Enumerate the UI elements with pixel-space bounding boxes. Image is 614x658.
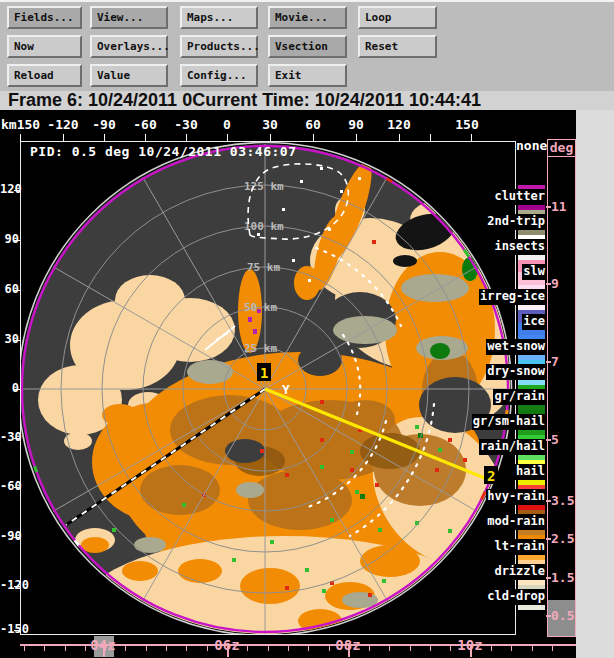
- x-axis-label: 0: [206, 117, 248, 132]
- time-minor-tick: [430, 646, 431, 651]
- reload-button[interactable]: Reload: [7, 64, 82, 87]
- legend-label: mod-rain: [486, 514, 546, 530]
- y-axis-tick: [14, 438, 20, 439]
- time-minor-tick: [288, 646, 289, 651]
- y-axis-label: -120: [0, 578, 19, 592]
- legend-label: drizzle: [493, 564, 546, 580]
- elevation-tick-label[interactable]: 2.5: [551, 531, 577, 546]
- elevation-tick-label[interactable]: 9: [551, 276, 577, 291]
- x-axis-label: -60: [124, 117, 166, 132]
- overlays-button[interactable]: Overlays...: [90, 35, 168, 58]
- legend-label: irreg-ice: [479, 289, 546, 305]
- elevation-tick: [546, 439, 551, 441]
- legend-label: clutter: [493, 189, 546, 205]
- right-gutter: [576, 110, 614, 658]
- elevation-axis-header: deg: [547, 139, 576, 157]
- elevation-tick-label[interactable]: 3.5: [551, 493, 577, 508]
- elevation-tick-label[interactable]: 7: [551, 354, 577, 369]
- elevation-tick-label[interactable]: 0.5: [551, 608, 577, 623]
- y-axis-label: 90: [0, 232, 19, 246]
- legend-label: slw: [522, 264, 546, 280]
- x-axis-tick: [145, 134, 146, 141]
- time-minor-tick: [532, 646, 533, 651]
- time-minor-tick: [146, 646, 147, 651]
- reset-button[interactable]: Reset: [358, 35, 437, 58]
- y-axis-label: 60: [0, 282, 19, 296]
- x-axis-tick: [104, 134, 105, 141]
- y-axis-tick: [14, 290, 20, 291]
- svg-text:75 km: 75 km: [247, 261, 280, 274]
- x-axis-label: -90: [83, 117, 125, 132]
- elevation-tick: [546, 538, 551, 540]
- time-label: 04z: [81, 637, 125, 653]
- value-button[interactable]: Value: [90, 64, 168, 87]
- current-time-label: Current Time: 10/24/2011 10:44:41: [192, 90, 481, 111]
- time-label: 06z: [205, 637, 249, 653]
- y-axis-label: -90: [0, 529, 19, 543]
- x-axis-tick: [356, 134, 357, 141]
- x-axis-tick: [270, 134, 271, 141]
- time-label: 10z: [448, 637, 492, 653]
- time-minor-tick: [65, 646, 66, 651]
- svg-text:1: 1: [260, 365, 268, 381]
- waypoint-2[interactable]: 2: [484, 466, 498, 484]
- x-axis-label: 60: [292, 117, 334, 132]
- legend-label: gr/sm-hail: [472, 414, 546, 430]
- loop-button[interactable]: Loop: [358, 6, 437, 29]
- y-axis-tick: [14, 389, 20, 390]
- vsection-button[interactable]: Vsection: [268, 35, 347, 58]
- radar-display[interactable]: 125 km 100 km 75 km 50 km 25 km: [20, 141, 516, 635]
- pid-status-text: PID: 0.5 deg 10/24/2011 03:46:07: [30, 144, 296, 159]
- legend-label: rain/hail: [479, 439, 546, 455]
- elevation-tick: [546, 615, 551, 617]
- legend-label: gr/rain: [493, 389, 546, 405]
- time-minor-tick: [389, 646, 390, 651]
- time-minor-tick: [552, 646, 553, 651]
- track-symbol: Y: [282, 382, 290, 397]
- x-axis-tick: [63, 134, 64, 141]
- x-axis-label: -30: [165, 117, 207, 132]
- elevation-tick-label[interactable]: 1.5: [551, 570, 577, 585]
- y-axis-tick: [14, 586, 20, 587]
- waypoint-1[interactable]: 1: [257, 363, 271, 381]
- time-minor-tick: [125, 646, 126, 651]
- now-button[interactable]: Now: [7, 35, 82, 58]
- elevation-tick-label[interactable]: 11: [551, 199, 577, 214]
- legend-label: insects: [493, 239, 546, 255]
- legend-label: hvy-rain: [486, 489, 546, 505]
- y-axis-tick: [14, 190, 20, 191]
- x-axis-label: 30: [249, 117, 291, 132]
- config-button[interactable]: Config...: [180, 64, 258, 87]
- fields-button[interactable]: Fields...: [7, 6, 82, 29]
- y-axis-tick: [14, 340, 20, 341]
- x-axis-tick: [471, 134, 472, 141]
- y-axis-label: 30: [0, 332, 19, 346]
- svg-text:125 km: 125 km: [244, 180, 284, 193]
- y-axis-label: -30: [0, 430, 19, 444]
- menu-panel: Fields... View... Maps... Movie... Loop …: [0, 0, 614, 91]
- y-axis-label: 120: [0, 182, 19, 196]
- legend-label: 2nd-trip: [486, 214, 546, 230]
- svg-text:50 km: 50 km: [244, 301, 277, 314]
- elevation-tick: [546, 500, 551, 502]
- maps-button[interactable]: Maps...: [180, 6, 258, 29]
- y-axis-tick: [14, 630, 20, 631]
- svg-text:2: 2: [487, 468, 495, 484]
- legend-label: dry-snow: [486, 364, 546, 380]
- time-minor-tick: [268, 646, 269, 651]
- x-axis-tick: [399, 134, 400, 141]
- y-axis-label: -60: [0, 479, 19, 493]
- y-axis-label: -150: [0, 622, 28, 636]
- y-axis-tick: [14, 487, 20, 488]
- x-axis-label: -120: [42, 117, 84, 132]
- movie-button[interactable]: Movie...: [268, 6, 347, 29]
- products-button[interactable]: Products...: [180, 35, 258, 58]
- exit-button[interactable]: Exit: [268, 64, 347, 87]
- elevation-tick-label[interactable]: 5: [551, 432, 577, 447]
- elevation-tick: [546, 206, 551, 208]
- legend-label: lt-rain: [493, 539, 546, 555]
- view-button[interactable]: View...: [90, 6, 168, 29]
- time-minor-tick: [511, 646, 512, 651]
- legend-label: cld-drop: [486, 589, 546, 605]
- time-minor-tick: [166, 646, 167, 651]
